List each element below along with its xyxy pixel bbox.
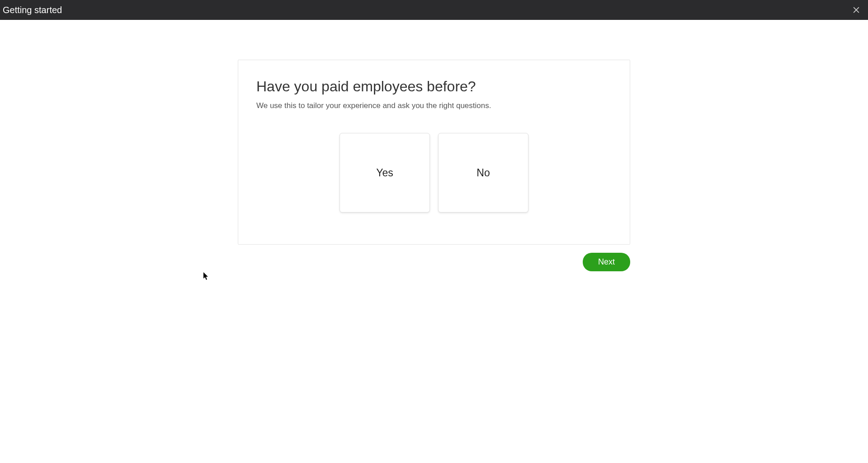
button-row: Next	[238, 253, 630, 271]
content-wrapper: Have you paid employees before? We use t…	[0, 20, 868, 271]
next-button[interactable]: Next	[583, 253, 630, 271]
option-no-label: No	[476, 167, 490, 179]
header-bar: Getting started	[0, 0, 868, 20]
option-yes-label: Yes	[376, 167, 393, 179]
options-container: Yes No	[256, 133, 612, 213]
question-title: Have you paid employees before?	[256, 78, 612, 95]
question-card: Have you paid employees before? We use t…	[238, 60, 630, 245]
close-icon	[852, 5, 861, 14]
close-button[interactable]	[850, 4, 863, 16]
cursor-icon	[203, 272, 210, 280]
question-subtitle: We use this to tailor your experience an…	[256, 101, 612, 110]
header-title: Getting started	[3, 5, 62, 15]
option-no[interactable]: No	[438, 133, 528, 213]
option-yes[interactable]: Yes	[340, 133, 430, 213]
